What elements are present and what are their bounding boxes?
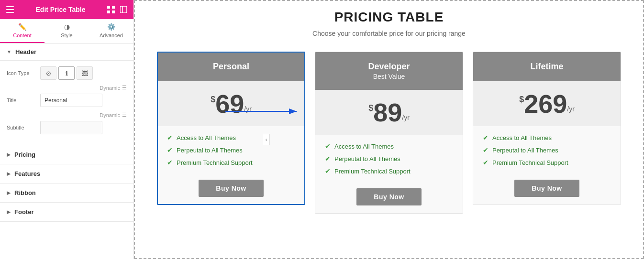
- tab-content[interactable]: ✏️ Content: [0, 19, 44, 43]
- dev-check-icon-1: ✔: [325, 142, 331, 150]
- lifetime-card-title: Lifetime: [483, 62, 611, 72]
- title-field-row: Title: [7, 94, 127, 107]
- developer-card-price: $ 89 /yr: [315, 90, 463, 135]
- developer-card-features: ✔ Access to All Themes ✔ Perpeutal to Al…: [315, 135, 463, 183]
- panel-header-icons: [107, 5, 128, 14]
- grid-icon[interactable]: [107, 5, 115, 14]
- svg-rect-1: [6, 9, 14, 10]
- lifetime-card-footer: Buy Now: [473, 174, 621, 205]
- lt-check-icon-1: ✔: [483, 134, 489, 141]
- lt-check-icon-3: ✔: [483, 159, 489, 166]
- icon-type-info-btn[interactable]: ℹ: [58, 66, 75, 80]
- icon-type-label: Icon Type: [7, 70, 40, 76]
- dev-check-icon-3: ✔: [325, 167, 331, 175]
- panel-toggle-icon[interactable]: [119, 5, 128, 14]
- icon-type-row: Icon Type ⊘ ℹ 🖼: [7, 66, 127, 80]
- subtitle-field-label: Subtitle: [7, 125, 40, 130]
- lifetime-buy-button[interactable]: Buy Now: [514, 180, 579, 197]
- content-tab-icon: ✏️: [18, 23, 26, 31]
- personal-card-features: ✔ Access to All Themes ✔ Perpeutal to Al…: [157, 126, 305, 174]
- style-tab-icon: ◑: [64, 23, 70, 31]
- lifetime-price-symbol: $: [519, 95, 524, 105]
- title-input[interactable]: [40, 94, 102, 107]
- dev-check-icon-2: ✔: [325, 155, 331, 162]
- lifetime-feature-1: ✔ Access to All Themes: [483, 134, 611, 141]
- check-icon-2: ✔: [167, 146, 173, 154]
- title-field-label: Title: [7, 97, 40, 103]
- lifetime-feature-3: ✔ Premium Technical Support: [483, 159, 611, 166]
- check-icon-1: ✔: [167, 134, 173, 141]
- header-section-label: Header: [15, 48, 36, 55]
- developer-feature-3-text: Premium Technical Support: [334, 168, 411, 175]
- icon-type-none-btn[interactable]: ⊘: [40, 66, 56, 80]
- tab-advanced-label: Advanced: [100, 32, 123, 38]
- developer-price-amount: 89: [373, 99, 402, 125]
- header-section-toggle[interactable]: ▼ Header: [0, 43, 133, 61]
- developer-feature-2-text: Perpeutal to All Themes: [334, 155, 400, 162]
- lifetime-feature-1-text: Access to All Themes: [492, 134, 552, 141]
- developer-card-subtitle: Best Value: [325, 73, 453, 80]
- personal-feature-2: ✔ Perpeutal to All Themes: [167, 146, 295, 154]
- developer-card-header: Developer Best Value: [315, 52, 463, 90]
- footer-section-label: Footer: [14, 208, 33, 216]
- pricing-section-toggle[interactable]: ▶ Pricing: [0, 145, 133, 164]
- lifetime-card-header: Lifetime: [473, 52, 621, 81]
- personal-feature-1-text: Access to All Themes: [177, 134, 236, 141]
- svg-rect-2: [6, 12, 14, 13]
- lifetime-price-period: /yr: [567, 105, 575, 113]
- pricing-card-developer[interactable]: Developer Best Value $ 89 /yr ✔ Access t…: [315, 52, 463, 214]
- footer-chevron-icon: ▶: [7, 209, 11, 215]
- pricing-chevron-icon: ▶: [7, 152, 11, 157]
- developer-buy-button[interactable]: Buy Now: [356, 188, 421, 205]
- pricing-section-label: Pricing: [14, 151, 35, 158]
- svg-rect-6: [112, 11, 115, 13]
- ribbon-section-toggle[interactable]: ▶ Ribbon: [0, 183, 133, 203]
- tab-style[interactable]: ◑ Style: [44, 19, 89, 43]
- panel-tabs: ✏️ Content ◑ Style ⚙️ Advanced: [0, 19, 133, 43]
- lifetime-card-price: $ 269 /yr: [473, 81, 621, 126]
- pricing-cards: Personal $ 69 /yr ✔ Access to All Themes…: [153, 52, 625, 214]
- pricing-card-lifetime[interactable]: Lifetime $ 269 /yr ✔ Access to All Theme…: [473, 52, 621, 205]
- personal-buy-button[interactable]: Buy Now: [199, 180, 263, 197]
- ribbon-chevron-icon: ▶: [7, 190, 11, 195]
- features-section-toggle[interactable]: ▶ Features: [0, 164, 133, 183]
- footer-section-toggle[interactable]: ▶ Footer: [0, 203, 133, 222]
- tab-advanced[interactable]: ⚙️ Advanced: [89, 19, 133, 43]
- title-dynamic-icon[interactable]: ☰: [122, 85, 127, 91]
- panel-content: ▼ Header Icon Type ⊘ ℹ 🖼 Dynamic ☰ Title: [0, 43, 133, 259]
- features-chevron-icon: ▶: [7, 171, 11, 176]
- header-section-content: Icon Type ⊘ ℹ 🖼 Dynamic ☰ Title Dynamic: [0, 61, 133, 145]
- personal-price-amount: 69: [215, 91, 244, 117]
- developer-card-title: Developer: [325, 62, 453, 72]
- icon-type-image-btn[interactable]: 🖼: [77, 66, 93, 80]
- pricing-title: PRICING TABLE: [153, 10, 625, 25]
- title-dynamic-label: Dynamic: [100, 85, 120, 91]
- personal-card-price: $ 69 /yr: [157, 81, 305, 126]
- personal-card-header: Personal: [157, 52, 305, 81]
- advanced-tab-icon: ⚙️: [107, 23, 115, 31]
- subtitle-dynamic-row: Dynamic ☰: [7, 112, 127, 118]
- subtitle-dynamic-icon[interactable]: ☰: [122, 112, 127, 118]
- subtitle-input[interactable]: [40, 121, 102, 134]
- lifetime-feature-3-text: Premium Technical Support: [492, 159, 568, 166]
- lifetime-card-features: ✔ Access to All Themes ✔ Perpeutal to Al…: [473, 126, 621, 174]
- panel-collapse-btn[interactable]: ‹: [263, 134, 270, 145]
- pricing-card-personal[interactable]: Personal $ 69 /yr ✔ Access to All Themes…: [157, 52, 305, 205]
- personal-feature-3-text: Premium Technical Support: [177, 159, 253, 166]
- lifetime-price-amount: 269: [524, 91, 567, 117]
- title-dynamic-row: Dynamic ☰: [7, 85, 127, 91]
- developer-feature-3: ✔ Premium Technical Support: [325, 167, 453, 175]
- hamburger-icon[interactable]: [6, 5, 14, 14]
- panel-header: Edit Price Table: [0, 0, 133, 19]
- developer-price-symbol: $: [368, 103, 373, 113]
- developer-price-period: /yr: [402, 114, 410, 121]
- svg-rect-5: [107, 11, 110, 13]
- svg-rect-3: [107, 6, 110, 9]
- subtitle-field-row: Subtitle: [7, 121, 127, 134]
- developer-feature-1-text: Access to All Themes: [334, 143, 394, 150]
- developer-feature-2: ✔ Perpeutal to All Themes: [325, 155, 453, 162]
- ribbon-section-label: Ribbon: [14, 189, 36, 196]
- right-content: PRICING TABLE Choose your comfortable pr…: [134, 0, 644, 259]
- panel-title: Edit Price Table: [36, 6, 86, 13]
- lifetime-feature-2: ✔ Perpeutal to All Themes: [483, 146, 611, 154]
